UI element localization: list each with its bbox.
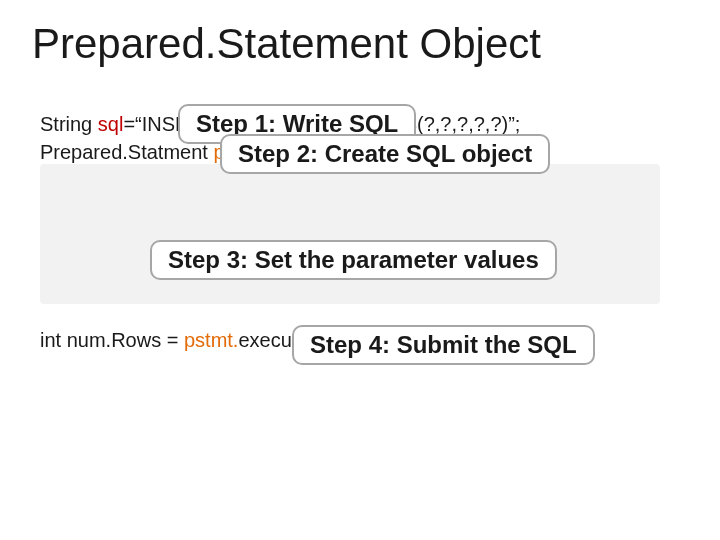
slide-title: Prepared.Statement Object [32,20,541,68]
pstmt-var: pstmt. [184,329,238,351]
step3-highlight-box [40,164,660,304]
callout-step2: Step 2: Create SQL object [220,134,550,174]
slide: Prepared.Statement Object String sql=“IN… [0,0,720,540]
callout-step3: Step 3: Set the parameter values [150,240,557,280]
spacer [40,306,680,326]
text: int num.Rows = [40,329,184,351]
text: ; [515,113,521,135]
callout-step4: Step 4: Submit the SQL [292,325,595,365]
text: Prepared.Statment [40,141,213,163]
sql-var: sql [98,113,124,135]
text: String [40,113,98,135]
